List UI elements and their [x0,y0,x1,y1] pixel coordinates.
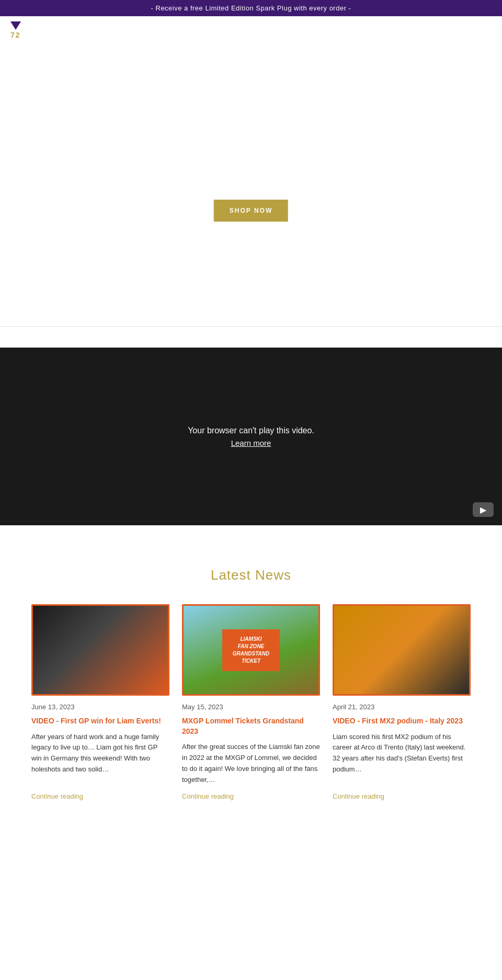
news-excerpt: Liam scored his first MX2 podium of his … [333,732,471,786]
continue-reading-link[interactable]: Continue reading [333,792,471,800]
news-card-image [333,604,471,696]
continue-reading-link[interactable]: Continue reading [31,792,169,800]
news-excerpt: After the great succes of the Liamski fa… [182,742,320,785]
video-learn-more-link[interactable]: Learn more [188,439,314,447]
video-message-area: Your browser can't play this video. Lear… [188,426,314,447]
news-excerpt: After years of hard work and a huge fami… [31,732,169,786]
news-section: Latest News June 13, 2023 VIDEO - First … [0,546,502,821]
hero-section: SHOP NOW [0,44,502,327]
news-card-img-liamski: LIAMSKIFAN ZONEGRANDSTANDTICKET [184,606,318,694]
news-headline: MXGP Lommel Tickets Grandstand 2023 [182,716,320,736]
news-card-image: LIAMSKIFAN ZONEGRANDSTANDTICKET [182,604,320,696]
continue-reading-link[interactable]: Continue reading [182,792,320,800]
news-card-img-podium [334,606,469,694]
news-card-img-ktm [33,606,168,694]
news-card-image [31,604,169,696]
news-headline: VIDEO - First GP win for Liam Everts! [31,716,169,727]
news-headline: VIDEO - First MX2 podium - Italy 2023 [333,716,471,727]
news-card: April 21, 2023 VIDEO - First MX2 podium … [333,604,471,800]
promo-banner-text: - Receive a free Limited Edition Spark P… [151,4,351,12]
news-date: May 15, 2023 [182,703,320,711]
liamski-badge: LIAMSKIFAN ZONEGRANDSTANDTICKET [222,629,280,671]
news-grid: June 13, 2023 VIDEO - First GP win for L… [31,604,471,800]
logo-triangle-icon [10,21,21,30]
video-section: Your browser can't play this video. Lear… [0,348,502,525]
video-cannot-play-text: Your browser can't play this video. [188,426,314,435]
promo-banner: - Receive a free Limited Edition Spark P… [0,0,502,16]
news-section-title: Latest News [31,567,471,583]
news-card: June 13, 2023 VIDEO - First GP win for L… [31,604,169,800]
logo-text: 72 [10,31,21,39]
news-date: June 13, 2023 [31,703,169,711]
news-card: LIAMSKIFAN ZONEGRANDSTANDTICKET May 15, … [182,604,320,800]
youtube-icon[interactable]: ▶ [473,502,494,517]
logo-area: 72 [10,21,21,39]
header: 72 [0,16,502,44]
shop-now-button[interactable]: SHOP NOW [214,200,288,222]
news-date: April 21, 2023 [333,703,471,711]
